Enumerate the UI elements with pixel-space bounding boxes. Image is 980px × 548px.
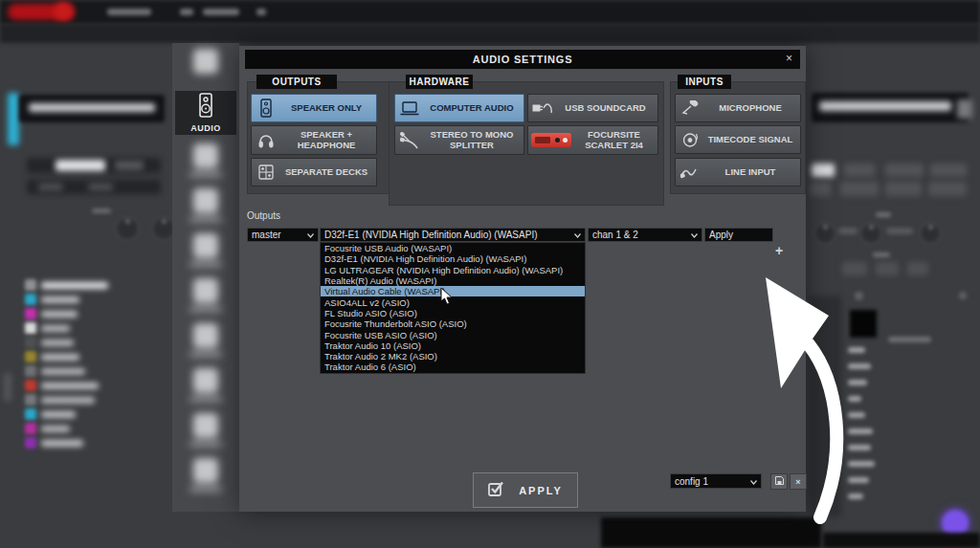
focusrite-device-image [528, 133, 574, 147]
deck-right-pill [810, 182, 831, 196]
right-panel-text [848, 477, 869, 483]
device-option[interactable]: Focusrite USB Audio (WASAPI) [321, 243, 585, 253]
output-channel-select[interactable]: master [247, 228, 319, 242]
button-label: SEPARATE DECKS [280, 167, 376, 178]
device-option[interactable]: Focusrite USB ASIO (ASIO) [321, 329, 585, 340]
deck-left-label [92, 208, 111, 213]
browser-item-icon [25, 279, 36, 291]
deck-right-knob [859, 222, 882, 245]
deck-left-title-text [29, 103, 155, 112]
delete-config-button[interactable]: × [790, 473, 807, 490]
settings-sidebar: AUDIO [172, 43, 239, 512]
dialog-titlebar: AUDIO SETTINGS × [245, 50, 800, 69]
floppy-save-icon [775, 476, 784, 487]
speaker-headphone-button[interactable]: SPEAKER + HEADPHONE [251, 125, 377, 155]
device-option[interactable]: FL Studio ASIO (ASIO) [321, 308, 585, 318]
deck-right-knob [813, 222, 836, 245]
browser-item-text [41, 383, 99, 389]
timecode-signal-button[interactable]: TIMECODE SIGNAL [675, 125, 801, 154]
deck-right-pill [930, 164, 967, 177]
close-icon[interactable]: × [786, 52, 792, 65]
deck-left-pill [88, 183, 113, 191]
row-apply-button[interactable]: Apply [704, 228, 773, 242]
focusrite-scarlett-button[interactable]: FOCURSITE SCARLET 2I4 [527, 125, 658, 155]
device-option[interactable]: ASIO4ALL v2 (ASIO) [321, 296, 585, 307]
apply-row-label: Apply [709, 230, 733, 240]
chevron-down-icon [303, 230, 314, 240]
browser-item-icon [25, 394, 36, 406]
sidebar-item-blurred[interactable] [189, 233, 222, 267]
checkbox-check-icon [488, 481, 505, 500]
deck-left-pill [115, 161, 144, 170]
select-value: chan 1 & 2 [592, 230, 638, 240]
deck-right-pill [907, 262, 928, 275]
speaker-icon [252, 99, 280, 118]
select-value: D32f-E1 (NVIDIA High Definition Audio) (… [324, 230, 538, 240]
separate-decks-button[interactable]: SEPARATE DECKS [251, 158, 377, 186]
right-panel-text [848, 380, 867, 385]
mixer-grid-icon [252, 164, 280, 180]
device-option[interactable]: Traktor Audio 2 MK2 (ASIO) [321, 351, 585, 362]
browser-item-icon [25, 308, 36, 319]
right-panel-text [848, 363, 871, 369]
apply-button-label: APPLY [519, 485, 563, 496]
microphone-button[interactable]: MICROPHONE [675, 94, 801, 122]
select-value: config 1 [675, 476, 708, 487]
device-option[interactable]: D32f-E1 (NVIDIA High Definition Audio) (… [321, 253, 585, 264]
sidebar-item-blurred[interactable] [189, 368, 222, 402]
sidebar-item-blurred[interactable] [189, 323, 222, 357]
device-option[interactable]: Traktor Audio 10 (ASIO) [321, 340, 585, 351]
deck-right-text [886, 228, 913, 234]
browser-item-icon [25, 423, 36, 434]
right-panel-column [809, 296, 841, 516]
deck-left-knob [115, 216, 140, 241]
output-device-select[interactable]: D32f-E1 (NVIDIA High Definition Audio) (… [320, 228, 586, 242]
toolbar-strip [0, 24, 980, 43]
speaker-only-button[interactable]: SPEAKER ONLY [251, 94, 377, 122]
computer-audio-button[interactable]: COMPUTER AUDIO [394, 94, 524, 122]
microphone-icon [676, 100, 704, 116]
button-label: USB SOUNDCARD [557, 103, 657, 114]
device-option[interactable]: Virtual Audio Cable (WASAPI) [321, 286, 585, 296]
device-option[interactable]: LG ULTRAGEAR (NVIDIA High Definition Aud… [321, 265, 585, 275]
sidebar-item-blurred[interactable] [189, 458, 222, 492]
speaker-icon [196, 93, 215, 121]
menu-item-blur [256, 9, 266, 15]
tab-outputs: OUTPUTS [256, 75, 337, 89]
save-config-button[interactable] [770, 473, 788, 490]
usb-plug-icon [528, 101, 557, 115]
device-dropdown-list: Focusrite USB Audio (WASAPI)D32f-E1 (NVI… [320, 242, 586, 374]
stereo-mono-splitter-button[interactable]: STEREO TO MONO SPLITTER [394, 125, 524, 155]
device-option[interactable]: Realtek(R) Audio (WASAPI) [321, 275, 585, 286]
bottom-dark-band [601, 517, 821, 548]
config-select[interactable]: config 1 [670, 473, 762, 489]
sidebar-item-audio[interactable]: AUDIO [175, 91, 236, 135]
right-panel-text [848, 347, 865, 353]
right-panel-text [848, 396, 861, 402]
device-option[interactable]: Focusrite Thunderbolt ASIO (ASIO) [321, 318, 585, 329]
apply-button[interactable]: APPLY [473, 472, 578, 508]
device-option[interactable]: Traktor Audio 6 (ASIO) [321, 362, 585, 372]
right-panel-text [848, 428, 873, 434]
sidebar-item-blurred[interactable] [189, 188, 222, 222]
deck-right-pill [876, 262, 899, 275]
cable-icon [676, 165, 704, 179]
deck-right-pill [812, 164, 835, 177]
sidebar-item-blurred[interactable] [189, 413, 222, 447]
deck-right-pill [844, 164, 875, 177]
output-chan-select[interactable]: chan 1 & 2 [588, 228, 702, 242]
browser-item-icon [25, 351, 36, 362]
sidebar-item-blurred[interactable] [189, 143, 222, 177]
browser-item-icon [25, 365, 36, 377]
sidebar-item-blurred[interactable] [189, 278, 222, 312]
add-output-button[interactable]: + [775, 243, 783, 258]
browser-item-icon [25, 337, 36, 348]
browser-item-text [41, 296, 79, 303]
usb-soundcard-button[interactable]: USB SOUNDCARD [527, 94, 658, 122]
deck-right-label [873, 252, 890, 257]
sidebar-item-blurred[interactable] [193, 49, 218, 74]
line-input-button[interactable]: LINE INPUT [675, 158, 801, 186]
button-label: SPEAKER + HEADPHONE [280, 130, 376, 151]
menu-item-blur [107, 9, 151, 15]
browser-item-icon [25, 437, 36, 449]
